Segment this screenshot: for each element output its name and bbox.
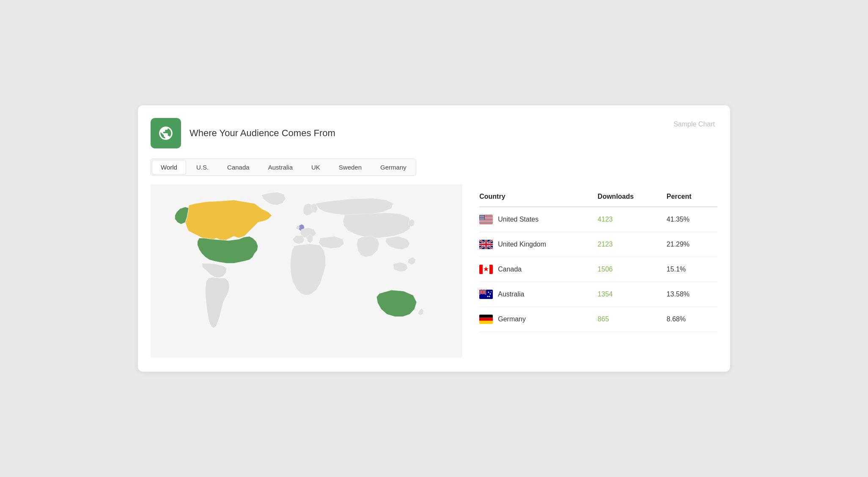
svg-point-71	[484, 219, 484, 219]
table-row: Germany 865 8.68%	[479, 307, 717, 332]
table-row: Canada 1506 15.1%	[479, 257, 717, 282]
map-section	[151, 184, 462, 359]
svg-point-25	[481, 216, 481, 217]
country-cell-ca: Canada	[479, 257, 598, 282]
tab-uk[interactable]: UK	[303, 160, 329, 175]
svg-point-27	[482, 216, 483, 217]
tab-group: World U.S. Canada Australia UK Sweden Ge…	[151, 159, 416, 176]
svg-point-64	[484, 219, 484, 219]
flag-uk	[479, 240, 493, 249]
data-table-section: Country Downloads Percent	[479, 184, 717, 332]
country-table: Country Downloads Percent	[479, 189, 717, 332]
svg-point-15	[484, 215, 484, 215]
percent-ca: 15.1%	[667, 257, 717, 282]
svg-point-53	[481, 218, 481, 218]
svg-point-40	[482, 217, 482, 217]
country-cell-au: Australia	[479, 282, 598, 307]
sample-chart-label: Sample Chart	[673, 121, 715, 128]
country-cell-de: Germany	[479, 307, 598, 332]
tab-world[interactable]: World	[152, 160, 186, 175]
svg-point-78	[488, 291, 489, 293]
svg-point-70	[483, 219, 483, 219]
svg-point-81	[487, 296, 489, 297]
svg-rect-85	[479, 321, 493, 323]
svg-point-35	[483, 217, 484, 217]
svg-point-43	[484, 217, 484, 217]
flag-au	[479, 290, 493, 299]
svg-point-33	[482, 217, 483, 217]
svg-point-36	[484, 217, 484, 217]
percent-us: 41.35%	[667, 207, 717, 232]
svg-point-41	[482, 217, 483, 217]
globe-icon	[151, 118, 181, 148]
svg-point-31	[481, 217, 481, 217]
country-name-au: Australia	[498, 291, 524, 298]
card-header: Where Your Audience Comes From Sample Ch…	[151, 118, 717, 148]
tab-us[interactable]: U.S.	[188, 160, 217, 175]
col-country: Country	[479, 189, 598, 207]
svg-rect-74	[489, 265, 493, 274]
downloads-uk: 2123	[598, 232, 667, 257]
country-cell-us: United States	[479, 207, 598, 232]
svg-point-26	[482, 216, 482, 217]
svg-point-44	[480, 217, 481, 218]
svg-point-18	[481, 215, 482, 216]
svg-point-47	[482, 217, 483, 218]
svg-rect-7	[479, 222, 493, 223]
tab-germany[interactable]: Germany	[372, 160, 415, 175]
svg-point-10	[481, 215, 481, 215]
svg-rect-83	[479, 315, 493, 318]
svg-point-23	[480, 216, 480, 217]
svg-point-28	[483, 216, 483, 217]
svg-point-17	[481, 215, 481, 216]
svg-point-80	[489, 296, 490, 297]
country-name-de: Germany	[498, 315, 526, 323]
flag-us	[479, 215, 493, 224]
svg-rect-84	[479, 318, 493, 321]
main-content: Country Downloads Percent	[151, 184, 717, 359]
downloads-ca: 1506	[598, 257, 667, 282]
svg-point-60	[481, 219, 482, 219]
svg-point-34	[483, 217, 483, 217]
svg-point-29	[484, 216, 484, 217]
flag-de	[479, 315, 493, 324]
svg-point-54	[482, 218, 482, 218]
svg-rect-6	[479, 221, 493, 222]
page-title: Where Your Audience Comes From	[190, 128, 335, 139]
svg-point-79	[490, 293, 491, 294]
svg-point-11	[481, 215, 481, 215]
downloads-de: 865	[598, 307, 667, 332]
col-percent: Percent	[667, 189, 717, 207]
svg-point-51	[480, 218, 480, 218]
svg-point-12	[482, 215, 482, 215]
svg-rect-5	[479, 220, 493, 221]
svg-point-49	[483, 217, 484, 218]
svg-point-50	[484, 217, 484, 218]
svg-point-39	[481, 217, 481, 217]
table-row: United Kingdom 2123 21.29%	[479, 232, 717, 257]
svg-point-68	[482, 219, 482, 219]
table-row: Australia 1354 13.58%	[479, 282, 717, 307]
svg-point-57	[484, 218, 484, 218]
flag-ca	[479, 265, 493, 274]
percent-au: 13.58%	[667, 282, 717, 307]
svg-point-63	[483, 219, 484, 219]
svg-point-62	[483, 219, 483, 219]
svg-point-30	[480, 217, 481, 217]
svg-point-67	[481, 219, 481, 219]
table-row: United States 4123 41.35%	[479, 207, 717, 232]
tab-sweden[interactable]: Sweden	[330, 160, 370, 175]
svg-point-24	[481, 216, 481, 217]
tab-australia[interactable]: Australia	[260, 160, 301, 175]
svg-point-59	[481, 219, 481, 219]
svg-point-52	[481, 218, 481, 218]
svg-point-19	[482, 215, 483, 216]
country-name-uk: United Kingdom	[498, 241, 546, 248]
downloads-us: 4123	[598, 207, 667, 232]
country-name-us: United States	[498, 216, 538, 223]
svg-point-21	[483, 215, 484, 216]
svg-point-9	[480, 215, 480, 215]
tab-canada[interactable]: Canada	[219, 160, 258, 175]
percent-uk: 21.29%	[667, 232, 717, 257]
svg-point-82	[491, 291, 492, 292]
